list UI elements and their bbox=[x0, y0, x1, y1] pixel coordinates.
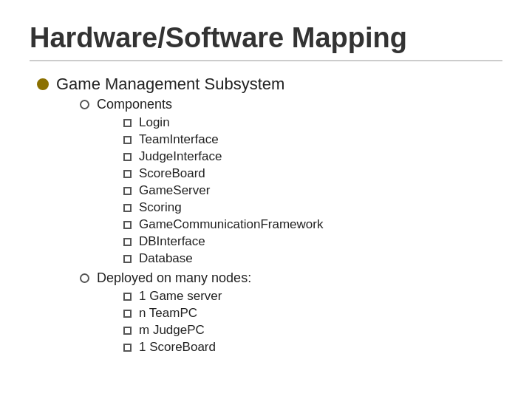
bullet-sq-icon bbox=[123, 204, 132, 212]
bullet-sq-icon bbox=[123, 327, 132, 335]
list-item: 1 Game server bbox=[123, 289, 251, 304]
component-database: Database bbox=[139, 251, 193, 266]
deployed-judgepc: m JudgePC bbox=[139, 323, 205, 338]
bullet-sq-icon bbox=[123, 293, 132, 301]
deployed-teampc: n TeamPC bbox=[139, 306, 197, 321]
list-item: JudgeInterface bbox=[123, 149, 323, 164]
component-teaminterface: TeamInterface bbox=[139, 132, 219, 147]
bullet-sq-icon bbox=[123, 255, 132, 263]
bullet-sq-icon bbox=[123, 238, 132, 246]
list-item: n TeamPC bbox=[123, 306, 251, 321]
bullet-sq-icon bbox=[123, 187, 132, 195]
list-item: ScoreBoard bbox=[123, 166, 323, 181]
list-item: Database bbox=[123, 251, 323, 266]
component-judgeinterface: JudgeInterface bbox=[139, 149, 222, 164]
component-dbinterface: DBInterface bbox=[139, 234, 205, 249]
deployed-gameserver: 1 Game server bbox=[139, 289, 222, 304]
components-list: Login TeamInterface JudgeInterface bbox=[123, 115, 323, 266]
level1-list: Game Management Subsystem Components Log… bbox=[37, 75, 502, 359]
bullet-sq-icon bbox=[123, 310, 132, 318]
bullet-sq-icon bbox=[123, 119, 132, 127]
component-gameserver: GameServer bbox=[139, 183, 210, 198]
bullet-sq-icon bbox=[123, 221, 132, 229]
game-management-label: Game Management Subsystem bbox=[56, 75, 284, 93]
bullet-sq-icon bbox=[123, 170, 132, 178]
bullet-n-icon bbox=[80, 273, 89, 283]
component-scoring: Scoring bbox=[139, 200, 182, 215]
list-item: 1 ScoreBoard bbox=[123, 340, 251, 355]
deployed-list: 1 Game server n TeamPC m JudgePC bbox=[123, 289, 251, 355]
components-label: Components bbox=[97, 97, 172, 112]
deployed-scoreboard: 1 ScoreBoard bbox=[139, 340, 216, 355]
bullet-p-icon bbox=[37, 78, 49, 90]
level1-item-game-management: Game Management Subsystem Components Log… bbox=[37, 75, 502, 359]
list-item: Login bbox=[123, 115, 323, 130]
bullet-sq-icon bbox=[123, 153, 132, 161]
component-gamecomm: GameCommunicationFramework bbox=[139, 217, 323, 232]
bullet-n-icon bbox=[80, 100, 89, 109]
bullet-sq-icon bbox=[123, 136, 132, 144]
list-item: GameServer bbox=[123, 183, 323, 198]
list-item: DBInterface bbox=[123, 234, 323, 249]
component-login: Login bbox=[139, 115, 170, 130]
list-item: m JudgePC bbox=[123, 323, 251, 338]
level2-list: Components Login TeamInterface bbox=[80, 97, 323, 357]
list-item: TeamInterface bbox=[123, 132, 323, 147]
component-scoreboard: ScoreBoard bbox=[139, 166, 205, 181]
deployed-label: Deployed on many nodes: bbox=[97, 270, 251, 285]
list-item: GameCommunicationFramework bbox=[123, 217, 323, 232]
bullet-sq-icon bbox=[123, 344, 132, 352]
level2-item-deployed: Deployed on many nodes: 1 Game server n … bbox=[80, 270, 323, 357]
list-item: Scoring bbox=[123, 200, 323, 215]
level2-item-components: Components Login TeamInterface bbox=[80, 97, 323, 268]
slide-title: Hardware/Software Mapping bbox=[30, 22, 502, 61]
slide: Hardware/Software Mapping Game Managemen… bbox=[0, 0, 532, 399]
